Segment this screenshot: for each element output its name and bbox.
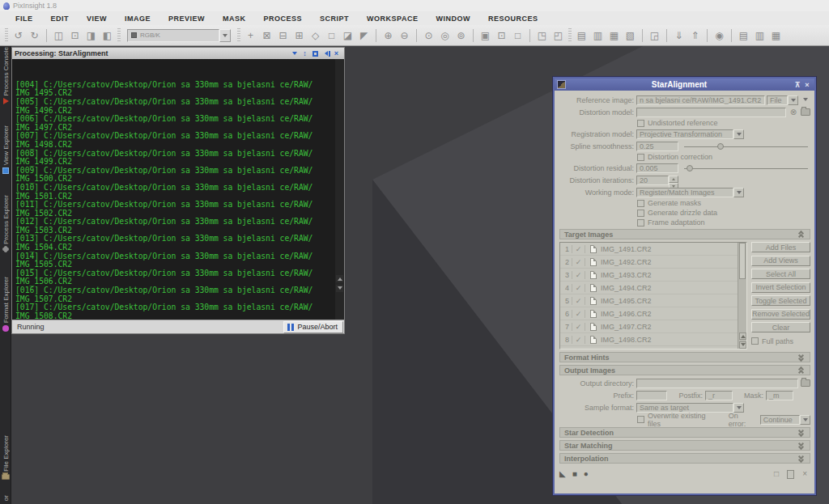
sidebar-item-file-explorer[interactable]: File Explorer bbox=[0, 435, 11, 480]
enabled-check-icon[interactable]: ✓ bbox=[572, 271, 585, 279]
section-output-images[interactable]: Output Images bbox=[559, 365, 810, 375]
redo-icon[interactable]: ↻ bbox=[28, 28, 41, 42]
menu-item[interactable]: IMAGE bbox=[116, 15, 159, 23]
pause-abort-button[interactable]: Pause/Abort bbox=[283, 321, 343, 333]
zoom-in-icon[interactable]: ⊕ bbox=[381, 28, 395, 42]
new-instance-icon[interactable]: ◣ bbox=[559, 469, 566, 478]
preview-link-icon[interactable]: ◫ bbox=[52, 28, 66, 42]
console-close-icon[interactable]: × bbox=[331, 49, 342, 58]
stf-right-icon[interactable]: ◧ bbox=[100, 28, 114, 42]
expand-icon[interactable] bbox=[797, 455, 806, 463]
expand-icon[interactable] bbox=[797, 354, 806, 362]
fit-view-icon[interactable]: ⊠ bbox=[260, 28, 274, 42]
generate-masks-checkbox[interactable] bbox=[637, 200, 644, 207]
reference-history-arrow-icon[interactable] bbox=[801, 95, 810, 105]
menu-item[interactable]: RESOURCES bbox=[479, 15, 547, 23]
target-images-list[interactable]: 1 ✓ IMG_1491.CR2 2 ✓ IMG_1492.CR2 bbox=[559, 242, 747, 349]
scroll-down-icon[interactable] bbox=[739, 341, 746, 349]
collapse-icon[interactable] bbox=[797, 366, 806, 375]
target-list-button[interactable]: Add Files bbox=[751, 242, 810, 252]
dropdown-arrow-icon[interactable] bbox=[800, 415, 810, 425]
undistorted-reference-checkbox[interactable] bbox=[637, 120, 644, 127]
crop-icon[interactable]: ◳ bbox=[535, 28, 549, 42]
browse-documentation-icon[interactable]: □ bbox=[774, 469, 779, 478]
menu-item[interactable]: SCRIPT bbox=[311, 15, 358, 23]
iterations-spinner[interactable] bbox=[669, 176, 678, 185]
menu-item[interactable]: MASK bbox=[214, 15, 255, 23]
section-format-hints[interactable]: Format Hints bbox=[559, 352, 810, 362]
working-mode-dropdown[interactable]: Register/Match Images bbox=[636, 188, 744, 197]
console-dock-icon[interactable] bbox=[321, 49, 331, 58]
console-scrollbar[interactable] bbox=[335, 59, 344, 320]
select-rect-icon[interactable]: ▣ bbox=[478, 28, 492, 42]
console-output[interactable]: [004] C:/Users/catov/Desktop/Orion sa 33… bbox=[12, 59, 344, 320]
expand-icon[interactable] bbox=[797, 442, 806, 450]
enabled-check-icon[interactable]: ✓ bbox=[572, 297, 585, 305]
zoom-out-icon[interactable]: ⊖ bbox=[397, 28, 411, 42]
sidebar-item-process-console[interactable]: Process Console bbox=[0, 47, 11, 104]
scroll-down-icon[interactable] bbox=[336, 285, 343, 292]
menu-item[interactable]: PROCESS bbox=[255, 15, 312, 23]
section-target-images[interactable]: Target Images bbox=[559, 229, 810, 239]
apply-global-icon[interactable]: ■ bbox=[572, 469, 577, 478]
slider-thumb[interactable] bbox=[687, 165, 693, 172]
target-list-button[interactable]: Select All bbox=[751, 269, 810, 279]
reference-mode-dropdown[interactable]: File bbox=[767, 95, 798, 105]
menu-item[interactable]: FILE bbox=[6, 15, 42, 23]
select-clear-icon[interactable]: □ bbox=[511, 28, 525, 42]
file-new-icon[interactable]: ▤ bbox=[575, 28, 589, 42]
zoom-optimal-icon[interactable]: ⊚ bbox=[454, 28, 468, 42]
enabled-check-icon[interactable]: ✓ bbox=[572, 349, 585, 350]
spline-smoothness-slider[interactable] bbox=[684, 142, 808, 151]
upload-icon[interactable]: ⇑ bbox=[688, 28, 702, 42]
section-star-matching[interactable]: Star Matching bbox=[559, 440, 810, 451]
menu-item[interactable]: WORKSPACE bbox=[358, 15, 427, 23]
zoom-actual-icon[interactable]: ⊙ bbox=[422, 28, 436, 42]
new-window-icon[interactable]: □ bbox=[325, 28, 338, 42]
browse-folder-icon[interactable] bbox=[801, 379, 810, 387]
distortion-iterations-field[interactable]: 20 bbox=[636, 176, 669, 185]
target-list-button[interactable]: Add Views bbox=[751, 256, 810, 266]
target-row[interactable]: 5 ✓ IMG_1495.CR2 bbox=[560, 294, 738, 307]
pan-icon[interactable]: + bbox=[244, 28, 257, 42]
target-list-button[interactable]: Toggle Selected bbox=[751, 295, 810, 306]
enabled-check-icon[interactable]: ✓ bbox=[572, 245, 585, 253]
sidebar-item-view-explorer[interactable]: View Explorer bbox=[0, 125, 11, 174]
doc-c-icon[interactable]: ▦ bbox=[769, 28, 783, 42]
enabled-check-icon[interactable]: ✓ bbox=[572, 310, 585, 318]
record-icon[interactable]: ◉ bbox=[712, 28, 726, 42]
enabled-check-icon[interactable]: ✓ bbox=[572, 284, 585, 292]
file-settings-icon[interactable]: ▧ bbox=[623, 28, 637, 42]
realtime-preview-icon[interactable]: ● bbox=[584, 469, 589, 478]
spline-smoothness-field[interactable]: 0.25 bbox=[636, 142, 678, 151]
target-row[interactable]: 7 ✓ IMG_1497.CR2 bbox=[560, 320, 738, 333]
enabled-check-icon[interactable]: ✓ bbox=[572, 323, 585, 331]
dialog-close-icon[interactable]: × bbox=[802, 81, 812, 89]
console-menu-icon[interactable] bbox=[289, 49, 300, 58]
reference-image-field[interactable]: n sa bjelasni ce/RAW/IMG_1491.CR2 bbox=[636, 95, 765, 105]
dialog-pin-icon[interactable]: ⊼ bbox=[793, 81, 802, 89]
doc-a-icon[interactable]: ▤ bbox=[737, 28, 750, 42]
registration-model-dropdown[interactable]: Projective Transformation bbox=[636, 129, 744, 139]
postfix-field[interactable]: _r bbox=[705, 391, 733, 400]
clear-icon[interactable]: ⊗ bbox=[789, 108, 798, 117]
menu-item[interactable]: PREVIEW bbox=[159, 15, 214, 23]
toolbar-drag-handle[interactable] bbox=[237, 28, 240, 43]
menu-item[interactable]: EDIT bbox=[42, 15, 79, 23]
console-shade-icon[interactable]: ↕ bbox=[300, 49, 310, 58]
download-icon[interactable]: ⇓ bbox=[672, 28, 686, 42]
doc-b-icon[interactable]: ▥ bbox=[753, 28, 767, 42]
shrink-view-icon[interactable]: ⊟ bbox=[276, 28, 290, 42]
onerror-dropdown[interactable]: Continue bbox=[760, 415, 810, 425]
expand-view-icon[interactable]: ◇ bbox=[308, 28, 322, 42]
scroll-up-icon[interactable] bbox=[336, 275, 343, 282]
dialog-titlebar[interactable]: StarAlignment ⊼ × bbox=[555, 78, 814, 91]
full-paths-checkbox[interactable] bbox=[751, 337, 759, 345]
crop-to-selection-icon[interactable]: ◰ bbox=[551, 28, 565, 42]
distortion-model-field[interactable] bbox=[636, 108, 786, 117]
target-list-button[interactable]: Clear bbox=[751, 322, 810, 332]
expand-icon[interactable] bbox=[797, 429, 806, 437]
output-directory-field[interactable] bbox=[636, 379, 798, 388]
collapse-icon[interactable] bbox=[797, 231, 806, 239]
undo-icon[interactable]: ↺ bbox=[11, 28, 25, 42]
